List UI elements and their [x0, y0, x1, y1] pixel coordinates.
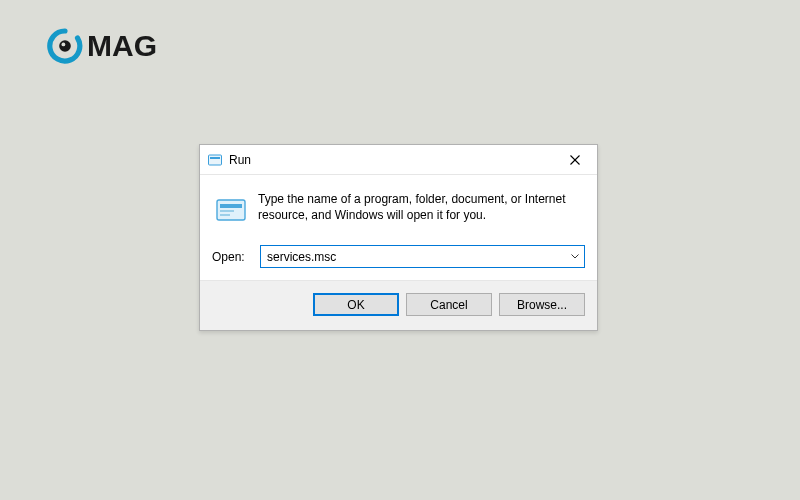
run-dialog-icon: [207, 152, 223, 168]
instruction-row: Type the name of a program, folder, docu…: [212, 191, 585, 227]
run-program-icon: [214, 193, 248, 227]
close-icon: [570, 155, 580, 165]
dialog-body: Type the name of a program, folder, docu…: [200, 175, 597, 280]
run-dialog: Run Type the name of a program, folder, …: [199, 144, 598, 331]
close-button[interactable]: [561, 149, 589, 171]
combobox-dropdown-button[interactable]: [566, 246, 584, 267]
brand-logo: MAG: [47, 28, 157, 64]
logo-mark-icon: [47, 28, 83, 64]
svg-rect-3: [210, 157, 220, 159]
svg-rect-2: [209, 155, 222, 165]
titlebar: Run: [200, 145, 597, 175]
instruction-text: Type the name of a program, folder, docu…: [258, 191, 585, 227]
open-input[interactable]: [261, 246, 566, 267]
logo-text: MAG: [87, 29, 157, 63]
svg-rect-9: [220, 214, 230, 216]
dialog-footer: OK Cancel Browse...: [200, 280, 597, 330]
svg-point-1: [62, 43, 66, 47]
chevron-down-icon: [571, 254, 579, 259]
svg-point-0: [59, 40, 71, 52]
svg-rect-8: [220, 210, 234, 212]
svg-rect-7: [220, 204, 242, 208]
open-label: Open:: [212, 250, 250, 264]
open-row: Open:: [212, 245, 585, 268]
browse-button[interactable]: Browse...: [499, 293, 585, 316]
dialog-title: Run: [229, 153, 561, 167]
ok-button[interactable]: OK: [313, 293, 399, 316]
cancel-button[interactable]: Cancel: [406, 293, 492, 316]
open-combobox[interactable]: [260, 245, 585, 268]
